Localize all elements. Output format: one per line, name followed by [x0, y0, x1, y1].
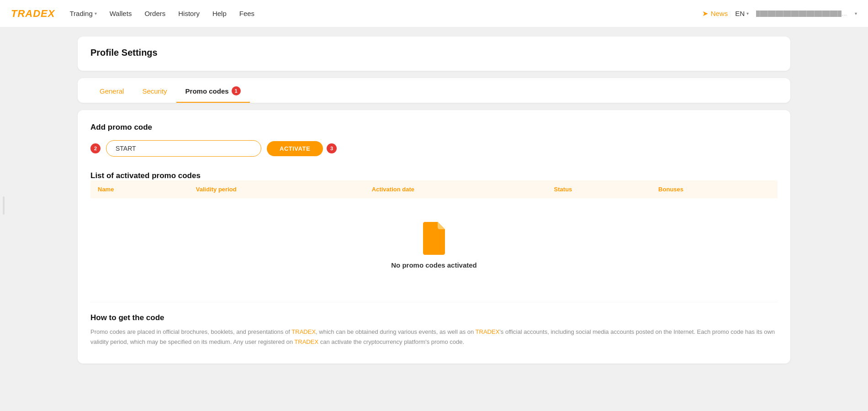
page-title: Profile Settings: [90, 47, 778, 58]
nav-label-fees: Fees: [239, 10, 254, 17]
language-selector[interactable]: EN ▾: [735, 10, 749, 17]
profile-settings-header-card: Profile Settings: [78, 37, 790, 71]
nav-label-orders: Orders: [144, 10, 165, 17]
tabs-card: General Security Promo codes 1: [78, 78, 790, 103]
empty-state-cell: No promo codes activated: [90, 198, 778, 289]
promo-tab-badge: 1: [232, 86, 241, 95]
promo-content-card: Add promo code 2 ACTIVATE 3 List of acti…: [78, 110, 790, 364]
how-text: Promo codes are placed in official broch…: [90, 327, 778, 347]
tab-security[interactable]: Security: [133, 78, 176, 103]
lang-label: EN: [735, 10, 745, 17]
nav-item-trading[interactable]: Trading ▾: [69, 10, 96, 17]
how-brand2: TRADEX: [476, 328, 500, 335]
empty-state-row: No promo codes activated: [90, 198, 778, 289]
header-right: ➤ News EN ▾ ████████████████████████ ▾: [702, 9, 857, 18]
promo-code-input[interactable]: [106, 140, 261, 157]
add-promo-title: Add promo code: [90, 123, 778, 132]
chevron-down-icon[interactable]: ▾: [855, 11, 857, 16]
col-validity: Validity period: [189, 180, 365, 198]
tab-security-label: Security: [142, 87, 167, 95]
activate-button[interactable]: ACTIVATE: [267, 141, 323, 156]
how-text-part2: , which can be obtained during various e…: [316, 328, 476, 335]
col-status: Status: [547, 180, 651, 198]
nav-item-wallets[interactable]: Wallets: [110, 10, 132, 17]
scroll-hint: [3, 196, 5, 215]
how-title: How to get the code: [90, 313, 778, 322]
col-bonuses: Bonuses: [651, 180, 778, 198]
nav-label-history: History: [178, 10, 200, 17]
how-brand1: TRADEX: [291, 328, 316, 335]
nav-item-help[interactable]: Help: [212, 10, 227, 17]
empty-label: No promo codes activated: [391, 261, 477, 269]
nav-label-help: Help: [212, 10, 227, 17]
how-brand3: TRADEX: [294, 338, 318, 345]
nav-item-fees[interactable]: Fees: [239, 10, 254, 17]
col-name: Name: [90, 180, 189, 198]
empty-state: No promo codes activated: [98, 204, 770, 284]
document-icon: [419, 222, 449, 255]
main-content: Profile Settings General Security Promo …: [0, 27, 868, 373]
main-nav: Trading ▾ Wallets Orders History Help Fe…: [69, 10, 702, 17]
news-label: News: [711, 10, 728, 17]
step-3-badge: 3: [327, 143, 337, 153]
nav-item-history[interactable]: History: [178, 10, 200, 17]
list-title: List of activated promo codes: [90, 171, 778, 180]
profile-tabs: General Security Promo codes 1: [90, 78, 778, 103]
activate-btn-wrapper: ACTIVATE 3: [267, 141, 337, 156]
how-text-part1: Promo codes are placed in official broch…: [90, 328, 291, 335]
nav-label-wallets: Wallets: [110, 10, 132, 17]
tab-promo-codes-label: Promo codes: [185, 87, 229, 95]
tab-promo-codes[interactable]: Promo codes 1: [176, 78, 250, 103]
how-to-get-section: How to get the code Promo codes are plac…: [90, 302, 778, 347]
promo-table: Name Validity period Activation date Sta…: [90, 180, 778, 289]
send-icon: ➤: [702, 9, 708, 18]
promo-input-row: 2 ACTIVATE 3: [90, 140, 778, 157]
chevron-down-icon: ▾: [746, 11, 749, 16]
nav-item-orders[interactable]: Orders: [144, 10, 165, 17]
user-info: ████████████████████████: [756, 11, 847, 17]
how-text-part4: can activate the cryptocurrency platform…: [318, 338, 464, 345]
chevron-down-icon: ▾: [95, 11, 97, 16]
col-activation-date: Activation date: [365, 180, 547, 198]
tab-general[interactable]: General: [90, 78, 133, 103]
news-link[interactable]: ➤ News: [702, 9, 728, 18]
tab-general-label: General: [100, 87, 124, 95]
header: TRADEX Trading ▾ Wallets Orders History …: [0, 0, 868, 27]
logo[interactable]: TRADEX: [11, 8, 55, 20]
step-2-badge: 2: [90, 143, 101, 153]
nav-label-trading: Trading: [69, 10, 92, 17]
table-header-row: Name Validity period Activation date Sta…: [90, 180, 778, 198]
